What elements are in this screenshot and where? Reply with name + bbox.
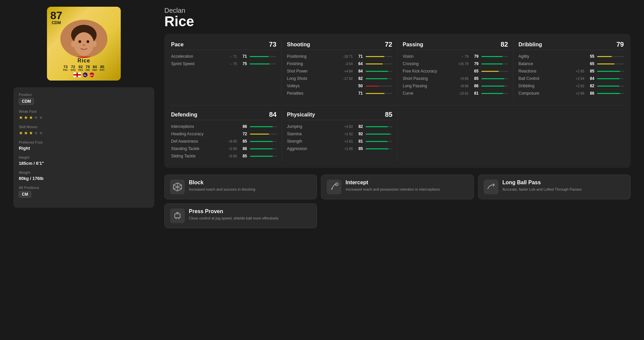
block-desc: Increased reach and success in blocking	[189, 187, 311, 192]
svg-text:AFC: AFC	[90, 74, 94, 77]
dribbling-value: 79	[616, 41, 624, 48]
physicality-value: 85	[385, 111, 392, 118]
skillmoves-section: Skill Moves ★ ★ ★ ★ ★	[19, 125, 149, 136]
stat-sprint-speed: Sprint Speed → 75 75	[171, 61, 276, 66]
stat-shot-power: Shot Power +4 84 84	[287, 69, 392, 74]
height-section: Height 185cm / 6'1"	[19, 155, 149, 166]
dribbling-header: Dribbling 79	[519, 41, 624, 50]
player-card-container: 87 CDM	[13, 7, 154, 81]
stats-columns: Pace 73 Acceleration → 71 71 Sprint Spee…	[171, 41, 624, 98]
player-card: 87 CDM	[47, 7, 121, 81]
playstyle-intercept: Intercept Increased reach and possession…	[321, 175, 474, 199]
physicality-column: Physicality 85 Jumping +3 82 82 Stamina …	[282, 111, 398, 161]
playstyles-last-row: Press Proven Close control at jog speed,…	[164, 203, 631, 228]
stat-reactions: Reactions +2 85 85	[519, 69, 624, 74]
card-stat-sho: 72	[71, 65, 75, 69]
stat-strength: Strength +2 81 81	[287, 139, 393, 144]
stat-positioning: Positioning -18 71 71	[287, 54, 392, 59]
card-stat-def: 84	[93, 65, 97, 69]
weakfoot-section: Weak Foot ★ ★ ★ ★ ★	[19, 109, 149, 120]
weakfoot-label: Weak Foot	[19, 109, 149, 113]
stat-ball-control: Ball Control +2 84 84	[519, 76, 624, 81]
position-badge: CDM	[19, 98, 34, 105]
stat-agility: Agility 55	[519, 54, 624, 59]
passing-name: Passing	[403, 42, 423, 48]
weight-label: Weight	[19, 171, 149, 175]
player-image	[60, 20, 107, 58]
card-bottom: Rice 73PAC 72SHO 82PAS 79DRI 84DEF 85PHY	[50, 58, 117, 77]
info-panel: Position CDM Weak Foot ★ ★ ★ ★ ★ Skill M…	[13, 87, 154, 208]
defending-value: 84	[269, 111, 276, 118]
intercept-name: Intercept	[345, 180, 468, 186]
stats-second-row: Defending 84 Interceptions 86 Heading Ac…	[171, 105, 624, 161]
playstyle-press-proven: Press Proven Close control at jog speed,…	[164, 203, 317, 228]
card-stat-pas: 82	[78, 65, 83, 69]
svg-rect-12	[73, 74, 81, 76]
skillmoves-label: Skill Moves	[19, 125, 149, 129]
svg-text:PL: PL	[84, 74, 87, 77]
stat-composure: Composure +2 86 86	[519, 91, 624, 96]
card-flags: PL AFC	[50, 72, 117, 77]
stat-curve: Curve -13 81 81	[403, 91, 508, 96]
stat-sliding-tackle: Sliding Tackle +5 85 85	[171, 154, 277, 158]
spacer-col-1	[398, 111, 514, 161]
preferredfoot-value: Right	[19, 146, 149, 151]
height-value: 185cm / 6'1"	[19, 161, 149, 166]
press-proven-name: Press Proven	[189, 208, 311, 214]
stat-stamina: Stamina +1 92 92	[287, 132, 393, 136]
stat-balance: Balance 65	[519, 61, 624, 66]
card-player-name: Rice	[50, 58, 117, 64]
right-panel: Declan Rice Pace 73 Acceleration → 71 71	[164, 7, 631, 228]
pace-value: 73	[269, 41, 276, 48]
stat-penalties: Penalties 71	[287, 91, 392, 96]
defending-name: Defending	[171, 112, 197, 118]
spacer-col-2	[514, 111, 624, 161]
physicality-header: Physicality 85	[287, 111, 393, 120]
intercept-icon	[327, 180, 341, 194]
stat-standing-tackle: Standing Tackle +2 86 86	[171, 146, 277, 151]
stat-long-shots: Long Shots -17 82 82	[287, 76, 392, 81]
block-name: Block	[189, 180, 311, 186]
stat-crossing: Crossing +26 79 79	[403, 61, 508, 66]
stat-vision: Vision → 79 79	[403, 54, 508, 59]
svg-point-5	[83, 44, 85, 46]
preferredfoot-section: Preferred Foot Right	[19, 140, 149, 151]
svg-point-7	[93, 41, 97, 47]
stat-dribbling: Dribbling +2 82 82	[519, 84, 624, 88]
shooting-name: Shooting	[287, 42, 310, 48]
stat-def-awareness: Def Awareness +8 85 85	[171, 139, 277, 144]
stats-container: Pace 73 Acceleration → 71 71 Sprint Spee…	[164, 34, 631, 168]
weight-value: 80kg / 176lb	[19, 176, 149, 181]
press-proven-icon	[170, 208, 185, 223]
pace-header: Pace 73	[171, 41, 276, 50]
press-proven-desc: Close control at jog speed, shields ball…	[189, 216, 311, 221]
stat-jumping: Jumping +3 82 82	[287, 124, 393, 129]
stat-acceleration: Acceleration → 71 71	[171, 54, 276, 59]
pace-name: Pace	[171, 42, 183, 48]
card-stat-phy: 85	[100, 65, 104, 69]
stat-interceptions: Interceptions 86	[171, 124, 277, 129]
stat-aggression: Aggression +1 85 85	[287, 146, 393, 151]
playstyle-long-ball-pass: Long Ball Pass Accurate, faster Lob and …	[478, 175, 631, 199]
weakfoot-stars: ★ ★ ★ ★ ★	[19, 115, 149, 120]
weight-section: Weight 80kg / 176lb	[19, 171, 149, 181]
position-section: Position CDM	[19, 93, 149, 105]
passing-value: 82	[501, 41, 508, 48]
card-stat-dri: 79	[86, 65, 90, 69]
player-first-name: Declan	[164, 7, 631, 14]
altpositions-label: Alt Positions	[19, 186, 149, 190]
playstyle-block: Block Increased reach and success in blo…	[164, 175, 317, 199]
long-ball-pass-name: Long Ball Pass	[502, 180, 625, 186]
preferredfoot-label: Preferred Foot	[19, 140, 149, 144]
pace-column: Pace 73 Acceleration → 71 71 Sprint Spee…	[171, 41, 282, 98]
svg-rect-23	[175, 214, 180, 218]
player-name-header: Declan Rice	[164, 7, 631, 29]
playstyles-grid: Block Increased reach and success in blo…	[164, 175, 631, 199]
long-ball-pass-desc: Accurate, faster Lob and Lofted Through …	[502, 187, 625, 192]
long-ball-pass-icon	[484, 180, 498, 194]
block-icon	[170, 180, 185, 194]
svg-point-4	[87, 40, 89, 43]
stat-long-passing: Long Passing +8 86 86	[403, 84, 508, 88]
altpositions-section: Alt Positions CM	[19, 186, 149, 198]
dribbling-name: Dribbling	[519, 42, 542, 48]
